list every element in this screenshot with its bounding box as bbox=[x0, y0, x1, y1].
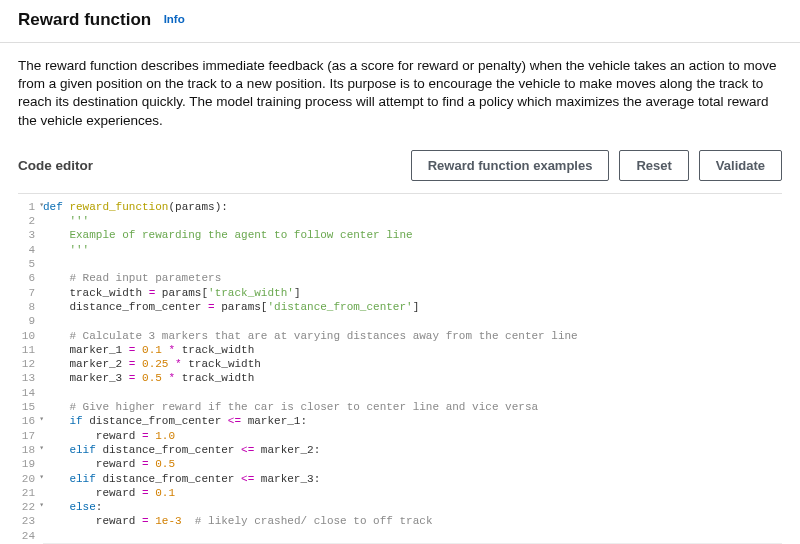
validate-button[interactable]: Validate bbox=[699, 150, 782, 181]
line-number: 21 bbox=[18, 486, 35, 500]
line-number: 23 bbox=[18, 514, 35, 528]
editor-toolbar: Code editor Reward function examples Res… bbox=[0, 140, 800, 185]
line-number: 6 bbox=[18, 271, 35, 285]
line-number: 22 bbox=[18, 500, 35, 514]
reset-button[interactable]: Reset bbox=[619, 150, 688, 181]
code-line[interactable]: def reward_function(params): bbox=[43, 200, 782, 214]
code-line[interactable]: reward = 0.5 bbox=[43, 457, 782, 471]
line-number: 11 bbox=[18, 343, 35, 357]
code-line[interactable] bbox=[43, 257, 782, 271]
code-line[interactable] bbox=[43, 314, 782, 328]
code-line[interactable]: ''' bbox=[43, 243, 782, 257]
code-line[interactable]: marker_1 = 0.1 * track_width bbox=[43, 343, 782, 357]
line-number: 20 bbox=[18, 472, 35, 486]
line-number: 17 bbox=[18, 429, 35, 443]
line-number: 19 bbox=[18, 457, 35, 471]
code-line[interactable]: reward = 0.1 bbox=[43, 486, 782, 500]
code-line[interactable]: track_width = params['track_width'] bbox=[43, 286, 782, 300]
line-number: 8 bbox=[18, 300, 35, 314]
code-line[interactable]: reward = 1.0 bbox=[43, 429, 782, 443]
code-line[interactable]: if distance_from_center <= marker_1: bbox=[43, 414, 782, 428]
code-editor[interactable]: 1234567891011121314151617181920212223242… bbox=[18, 193, 782, 544]
line-number: 2 bbox=[18, 214, 35, 228]
line-number: 1 bbox=[18, 200, 35, 214]
code-line[interactable]: elif distance_from_center <= marker_3: bbox=[43, 472, 782, 486]
line-number: 24 bbox=[18, 529, 35, 543]
line-number-gutter: 1234567891011121314151617181920212223242… bbox=[18, 200, 43, 544]
line-number: 9 bbox=[18, 314, 35, 328]
code-line[interactable]: # Give higher reward if the car is close… bbox=[43, 400, 782, 414]
code-line[interactable]: Example of rewarding the agent to follow… bbox=[43, 228, 782, 242]
editor-label: Code editor bbox=[18, 158, 401, 173]
line-number: 15 bbox=[18, 400, 35, 414]
line-number: 14 bbox=[18, 386, 35, 400]
info-link[interactable]: Info bbox=[164, 13, 185, 25]
line-number: 5 bbox=[18, 257, 35, 271]
code-line[interactable]: distance_from_center = params['distance_… bbox=[43, 300, 782, 314]
code-line[interactable]: ''' bbox=[43, 214, 782, 228]
page-title: Reward function bbox=[18, 10, 151, 30]
examples-button[interactable]: Reward function examples bbox=[411, 150, 610, 181]
line-number: 3 bbox=[18, 228, 35, 242]
section-header: Reward function Info bbox=[0, 0, 800, 43]
code-line[interactable]: reward = 1e-3 # likely crashed/ close to… bbox=[43, 514, 782, 528]
line-number: 18 bbox=[18, 443, 35, 457]
code-line[interactable]: elif distance_from_center <= marker_2: bbox=[43, 443, 782, 457]
code-area[interactable]: def reward_function(params): ''' Example… bbox=[43, 200, 782, 544]
code-line[interactable]: marker_3 = 0.5 * track_width bbox=[43, 371, 782, 385]
line-number: 4 bbox=[18, 243, 35, 257]
line-number: 16 bbox=[18, 414, 35, 428]
section-description: The reward function describes immediate … bbox=[0, 43, 800, 140]
code-line[interactable] bbox=[43, 386, 782, 400]
line-number: 10 bbox=[18, 329, 35, 343]
line-number: 7 bbox=[18, 286, 35, 300]
code-line[interactable]: else: bbox=[43, 500, 782, 514]
line-number: 13 bbox=[18, 371, 35, 385]
code-line[interactable]: marker_2 = 0.25 * track_width bbox=[43, 357, 782, 371]
code-line[interactable] bbox=[43, 529, 782, 543]
line-number: 12 bbox=[18, 357, 35, 371]
code-line[interactable]: # Read input parameters bbox=[43, 271, 782, 285]
code-line[interactable]: # Calculate 3 markers that are at varyin… bbox=[43, 329, 782, 343]
